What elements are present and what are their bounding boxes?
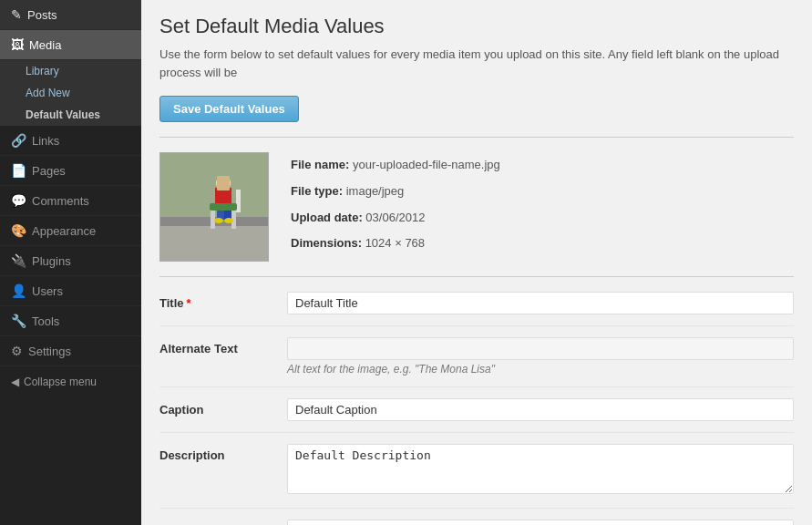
form-row-description: Description Default Description: [159, 444, 794, 509]
sidebar: ✎ Posts 🖼 Media Library Add New Default …: [0, 0, 141, 525]
dimensions-row: Dimensions: 1024 × 768: [291, 234, 500, 253]
svg-point-13: [224, 218, 233, 223]
file-url-label: File URL: [159, 520, 287, 525]
plugins-icon: 🔌: [11, 253, 26, 268]
file-url-field: Location of the uploaded file.: [287, 520, 794, 525]
sidebar-item-media[interactable]: 🖼 Media: [0, 30, 141, 60]
sidebar-item-tools[interactable]: 🔧 Tools: [0, 306, 141, 336]
sidebar-item-appearance-label: Appearance: [32, 224, 96, 238]
media-icon: 🖼: [11, 37, 24, 52]
appearance-icon: 🎨: [11, 223, 26, 238]
sidebar-item-tools-label: Tools: [32, 314, 59, 328]
tools-icon: 🔧: [11, 314, 26, 328]
form-row-title: Title*: [159, 292, 794, 326]
media-section: File name: your-uploaded-file-name.jpg F…: [159, 152, 794, 262]
sidebar-item-comments[interactable]: 💬 Comments: [0, 186, 141, 216]
alt-text-field: Alt text for the image, e.g. "The Mona L…: [287, 337, 794, 376]
upload-date-value: 03/06/2012: [365, 211, 425, 224]
sidebar-submenu-default-values[interactable]: Default Values: [0, 104, 141, 126]
posts-icon: ✎: [11, 7, 22, 22]
form-section: Title* Alternate Text Alt text for the i…: [159, 292, 794, 525]
title-field: [287, 292, 794, 314]
svg-rect-14: [210, 203, 237, 211]
alt-text-hint: Alt text for the image, e.g. "The Mona L…: [287, 363, 794, 376]
upload-date-label: Upload date:: [291, 211, 363, 224]
form-row-file-url: File URL Location of the uploaded file.: [159, 520, 794, 525]
svg-rect-2: [160, 226, 269, 262]
sidebar-item-comments-label: Comments: [32, 194, 89, 208]
section-divider-top: [159, 137, 794, 138]
sidebar-item-links-label: Links: [32, 134, 59, 148]
caption-label: Caption: [159, 398, 287, 417]
file-type-label: File type:: [291, 184, 343, 198]
comments-icon: 💬: [11, 193, 26, 208]
description-input[interactable]: Default Description: [287, 444, 794, 494]
media-preview-image: [159, 152, 269, 262]
svg-rect-5: [211, 211, 215, 229]
file-name-label: File name:: [291, 158, 349, 171]
pages-icon: 📄: [11, 163, 26, 178]
page-title: Set Default Media Values: [159, 15, 794, 38]
collapse-menu-label: Collapse menu: [24, 376, 97, 388]
file-type-value: image/jpeg: [346, 184, 405, 198]
main-content: Set Default Media Values Use the form be…: [141, 0, 812, 525]
description-label: Description: [159, 444, 287, 462]
sidebar-item-links[interactable]: 🔗 Links: [0, 126, 141, 156]
svg-point-12: [214, 218, 223, 223]
file-name-value: your-uploaded-file-name.jpg: [353, 158, 500, 171]
sidebar-item-users-label: Users: [32, 284, 63, 298]
sidebar-item-posts-label: Posts: [27, 8, 57, 22]
sidebar-item-settings-label: Settings: [28, 345, 71, 358]
settings-icon: ⚙: [11, 344, 23, 358]
sidebar-item-media-label: Media: [29, 38, 61, 52]
upload-date-row: Upload date: 03/06/2012: [291, 209, 500, 228]
media-submenu: Library Add New Default Values: [0, 60, 141, 126]
links-icon: 🔗: [11, 133, 26, 148]
sidebar-item-pages[interactable]: 📄 Pages: [0, 156, 141, 186]
alt-text-input[interactable]: [287, 337, 794, 360]
file-type-row: File type: image/jpeg: [291, 182, 500, 201]
file-url-input[interactable]: [287, 520, 794, 525]
file-name-row: File name: your-uploaded-file-name.jpg: [291, 156, 500, 175]
sidebar-item-appearance[interactable]: 🎨 Appearance: [0, 216, 141, 246]
description-field: Default Description: [287, 444, 794, 497]
sidebar-item-users[interactable]: 👤 Users: [0, 276, 141, 306]
file-info: File name: your-uploaded-file-name.jpg F…: [291, 152, 500, 262]
sidebar-item-plugins-label: Plugins: [32, 254, 71, 268]
sidebar-item-posts[interactable]: ✎ Posts: [0, 0, 141, 30]
collapse-menu[interactable]: ◀ Collapse menu: [0, 366, 141, 397]
collapse-arrow-icon: ◀: [11, 376, 19, 388]
title-required-marker: *: [187, 296, 191, 310]
preview-svg: [160, 153, 269, 262]
form-row-caption: Caption: [159, 398, 794, 433]
sidebar-submenu-library[interactable]: Library: [0, 60, 141, 82]
title-input[interactable]: [287, 292, 794, 314]
sidebar-item-pages-label: Pages: [32, 164, 66, 178]
sidebar-submenu-add-new[interactable]: Add New: [0, 82, 141, 104]
users-icon: 👤: [11, 283, 26, 298]
section-divider-mid: [159, 276, 794, 277]
sidebar-item-settings[interactable]: ⚙ Settings: [0, 336, 141, 366]
dimensions-value: 1024 × 768: [365, 236, 425, 250]
dimensions-label: Dimensions:: [291, 236, 362, 250]
page-description: Use the form below to set default values…: [159, 46, 794, 81]
alt-text-label: Alternate Text: [159, 337, 287, 355]
caption-field: [287, 398, 794, 421]
caption-input[interactable]: [287, 398, 794, 421]
sidebar-item-plugins[interactable]: 🔌 Plugins: [0, 246, 141, 276]
form-row-alt-text: Alternate Text Alt text for the image, e…: [159, 337, 794, 387]
save-default-values-button-top[interactable]: Save Default Values: [159, 96, 299, 122]
title-label: Title*: [159, 292, 287, 310]
svg-rect-9: [217, 176, 230, 190]
